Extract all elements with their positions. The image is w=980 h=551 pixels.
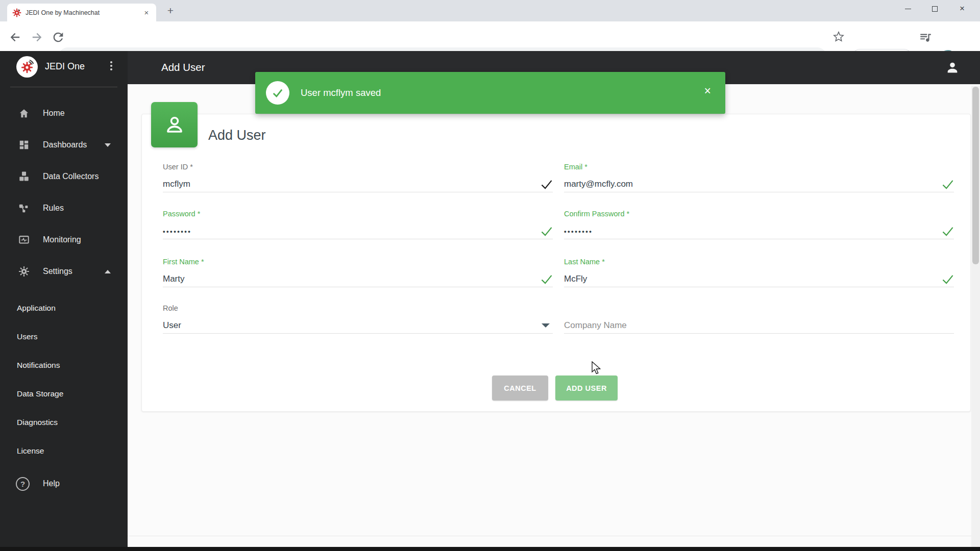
success-check-icon: [266, 81, 289, 105]
sidebar-item-label: Monitoring: [43, 235, 81, 244]
field-value: marty@mcfly.com: [564, 179, 633, 189]
tab-title: JEDI One by Machinechat: [26, 9, 142, 16]
field-role: Role User: [163, 304, 553, 334]
field-value: Marty: [163, 274, 185, 284]
field-value: ••••••••: [163, 228, 191, 235]
browser-window: JEDI One by Machinechat × + × Not secure…: [0, 0, 980, 551]
field-company: Company Name: [564, 304, 954, 334]
sidebar-subitem-notifications[interactable]: Notifications: [0, 351, 128, 380]
app-favicon-gear-icon: [12, 8, 21, 17]
password-input[interactable]: ••••••••: [163, 223, 553, 239]
new-tab-button[interactable]: +: [163, 4, 178, 18]
sidebar-item-dashboards[interactable]: Dashboards: [0, 129, 128, 161]
field-label: First Name *: [163, 258, 553, 267]
page-title: Add User: [161, 61, 205, 73]
user-menu-person-icon[interactable]: [945, 60, 960, 74]
back-button[interactable]: [8, 30, 22, 44]
valid-check-icon: [541, 226, 553, 237]
field-label: Confirm Password *: [564, 210, 954, 219]
sidebar-item-settings[interactable]: Settings: [0, 256, 128, 287]
monitoring-icon: [18, 234, 30, 245]
sidebar: JEDI One Home Dashboards: [0, 51, 128, 547]
sidebar-item-label: Help: [43, 479, 60, 488]
email-input[interactable]: marty@mcfly.com: [564, 177, 954, 192]
field-email: Email * marty@mcfly.com: [564, 163, 954, 192]
valid-check-icon: [942, 179, 954, 190]
tab-close-button[interactable]: ×: [142, 8, 151, 17]
sidebar-item-rules[interactable]: Rules: [0, 192, 128, 224]
field-confirm-password: Confirm Password * ••••••••: [564, 210, 954, 239]
company-name-input[interactable]: Company Name: [564, 318, 954, 334]
field-label: [564, 304, 954, 313]
field-placeholder: Company Name: [564, 320, 627, 331]
sidebar-divider: [10, 87, 117, 87]
success-toast: User mcflym saved ×: [255, 72, 725, 114]
add-user-button[interactable]: ADD USER: [555, 375, 618, 400]
browser-tab[interactable]: JEDI One by Machinechat ×: [7, 4, 156, 21]
field-value: User: [163, 320, 181, 331]
field-user-id: User ID * mcflym: [163, 163, 553, 192]
sidebar-subitem-users[interactable]: Users: [0, 322, 128, 351]
data-collectors-icon: [18, 171, 30, 182]
valid-check-icon: [942, 226, 954, 237]
field-value: ••••••••: [564, 228, 593, 235]
sidebar-nav: Home Dashboards Data Collectors: [0, 97, 128, 287]
settings-gear-icon: [18, 266, 30, 277]
sidebar-item-label: Home: [43, 109, 65, 118]
field-last-name: Last Name * McFly: [564, 258, 954, 287]
field-label: Role: [163, 304, 553, 313]
window-close-button[interactable]: ×: [950, 0, 974, 17]
sidebar-item-help[interactable]: ? Help: [0, 470, 128, 497]
last-name-input[interactable]: McFly: [564, 271, 954, 287]
browser-toolbar: Not secure 192.168.1.204:9123/addusers N…: [0, 21, 980, 51]
rules-icon: [18, 203, 30, 214]
sidebar-item-monitoring[interactable]: Monitoring: [0, 224, 128, 256]
field-label: Email *: [564, 163, 954, 172]
field-first-name: First Name * Marty: [163, 258, 553, 287]
field-password: Password * ••••••••: [163, 210, 553, 239]
playlist-extension-icon[interactable]: [919, 31, 932, 44]
reload-button[interactable]: [51, 30, 65, 44]
sidebar-item-label: Data Collectors: [43, 172, 99, 181]
forward-button[interactable]: [30, 30, 44, 44]
sidebar-item-label: Settings: [43, 267, 72, 276]
field-label: User ID *: [163, 163, 553, 172]
field-label: Last Name *: [564, 258, 954, 267]
sidebar-menu-kebab-icon[interactable]: [110, 61, 112, 71]
brand-title: JEDI One: [45, 61, 85, 72]
card-title: Add User: [208, 128, 266, 143]
dropdown-caret-icon: [542, 323, 550, 328]
scrollbar-thumb[interactable]: [972, 87, 979, 264]
sidebar-item-home[interactable]: Home: [0, 97, 128, 129]
sidebar-subitem-diagnostics[interactable]: Diagnostics: [0, 408, 128, 437]
sidebar-subitem-application[interactable]: Application: [0, 294, 128, 322]
valid-check-icon: [541, 179, 553, 190]
chevron-down-icon: [105, 143, 111, 147]
content-bottom-divider: [128, 536, 971, 536]
sidebar-item-data-collectors[interactable]: Data Collectors: [0, 161, 128, 192]
sidebar-subitem-license[interactable]: License: [0, 437, 128, 465]
dashboards-icon: [18, 139, 30, 151]
field-label: Password *: [163, 210, 553, 219]
first-name-input[interactable]: Marty: [163, 271, 553, 287]
toast-message: User mcflym saved: [301, 87, 381, 98]
field-value: McFly: [564, 274, 587, 284]
help-icon: ?: [16, 477, 30, 491]
sidebar-item-label: Dashboards: [43, 140, 87, 149]
window-maximize-button[interactable]: [923, 0, 946, 17]
window-bottom-edge: [0, 547, 980, 551]
field-value: mcflym: [163, 179, 190, 189]
user-id-input[interactable]: mcflym: [163, 177, 553, 192]
toast-close-button[interactable]: ×: [704, 85, 711, 97]
cancel-button[interactable]: CANCEL: [492, 375, 548, 400]
sidebar-subitem-data-storage[interactable]: Data Storage: [0, 380, 128, 408]
role-select[interactable]: User: [163, 318, 553, 334]
page-scrollbar[interactable]: [971, 86, 980, 547]
gear-logo-icon: [20, 60, 34, 74]
browser-titlebar: JEDI One by Machinechat × + ×: [0, 0, 980, 21]
window-minimize-button[interactable]: [896, 0, 920, 17]
bookmark-star-icon[interactable]: [833, 31, 844, 42]
confirm-password-input[interactable]: ••••••••: [564, 223, 954, 239]
valid-check-icon: [942, 274, 954, 285]
home-icon: [18, 108, 30, 119]
